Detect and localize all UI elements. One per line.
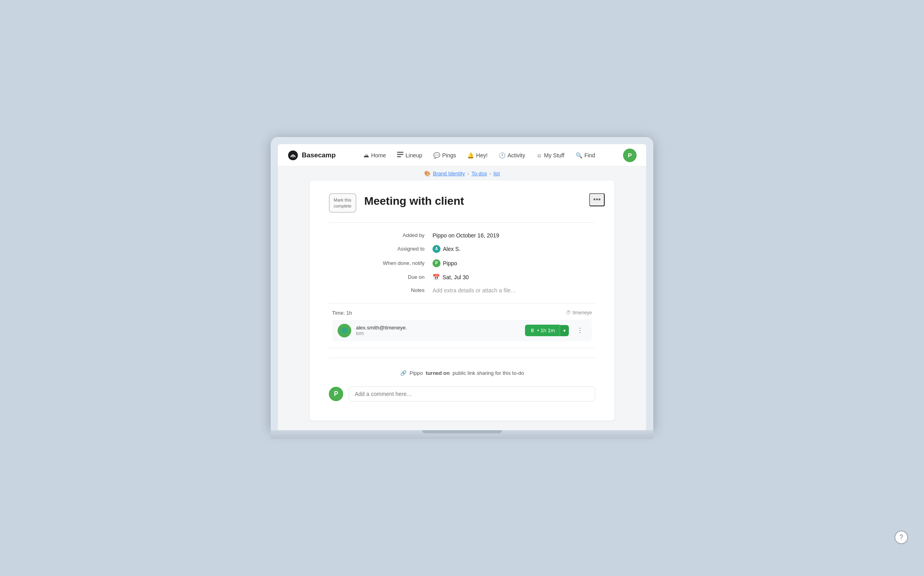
notes-row: Notes Add extra details or attach a file… [361, 284, 595, 297]
comment-input[interactable] [349, 386, 595, 402]
notify-row: When done, notify P Pippo [361, 256, 595, 270]
time-total: Time: 1h [332, 310, 352, 316]
time-entry-info: alex.smith@timeneye. tom [356, 325, 520, 336]
brand-name: Basecamp [302, 151, 336, 159]
svg-rect-3 [397, 154, 403, 155]
nav-pings[interactable]: 💬 Pings [429, 150, 461, 161]
added-by-row: Added by Pippo on October 16, 2019 [361, 229, 595, 242]
find-icon: 🔍 [576, 152, 582, 159]
due-on-value: 📅 Sat, Jul 30 [433, 274, 469, 281]
nav-lineup[interactable]: Lineup [392, 149, 427, 161]
nav-activity[interactable]: 🕐 Activity [494, 150, 530, 161]
todo-header: Mark this complete Meeting with client [329, 193, 595, 213]
time-entry-more-button[interactable]: ⋮ [574, 325, 586, 336]
home-icon: ⛰ [364, 152, 369, 159]
laptop-base [271, 430, 653, 439]
nav-hey[interactable]: 🔔 Hey! [462, 150, 492, 161]
breadcrumb-sep-1: › [467, 170, 469, 176]
activity-item: 🔗 Pippo turned on public link sharing fo… [329, 366, 595, 380]
timeneye-icon: ⏱ [566, 310, 571, 315]
notes-placeholder[interactable]: Add extra details or attach a file… [433, 287, 516, 294]
due-on-row: Due on 📅 Sat, Jul 30 [361, 270, 595, 284]
time-entry: alex.smith@timeneye. tom ⏸ • 1h 1m ▾ ⋮ [332, 320, 592, 341]
nav-mystuff[interactable]: ☺ My Stuff [532, 150, 569, 161]
time-entry-avatar [338, 324, 351, 337]
added-by-label: Added by [361, 232, 433, 238]
pings-icon: 💬 [433, 152, 440, 159]
due-on-label: Due on [361, 274, 433, 280]
svg-point-1 [292, 156, 294, 157]
breadcrumb-section[interactable]: To-dos [472, 170, 487, 176]
breadcrumb-project[interactable]: Brand Identity [433, 170, 465, 176]
navbar: Basecamp ⛰ Home [278, 144, 646, 167]
comment-area: P [329, 380, 595, 405]
nav-links: ⛰ Home Lineup [359, 149, 600, 161]
time-entry-email: alex.smith@timeneye. [356, 325, 520, 331]
details-table: Added by Pippo on October 16, 2019 Assig… [361, 229, 595, 297]
notes-label: Notes [361, 287, 433, 293]
notify-avatar: P [433, 259, 440, 267]
assigned-to-label: Assigned to [361, 246, 433, 252]
timer-dropdown-button[interactable]: ▾ [560, 325, 569, 336]
mark-complete-button[interactable]: Mark this complete [329, 193, 356, 213]
more-options-button[interactable]: ••• [589, 193, 605, 206]
breadcrumb-project-icon: 🎨 [424, 170, 431, 176]
time-entry-name: tom [356, 331, 520, 336]
pause-icon: ⏸ [530, 327, 535, 333]
breadcrumb: 🎨 Brand Identity › To-dos › list [278, 167, 646, 180]
todo-title: Meeting with client [364, 193, 464, 208]
timeneye-brand: ⏱ timeneye [566, 310, 592, 315]
assigned-to-value: A Alex S. [433, 245, 460, 253]
activity-text: Pippo turned on public link sharing for … [410, 370, 524, 376]
time-section: Time: 1h ⏱ timeneye [329, 310, 595, 341]
notify-value: P Pippo [433, 259, 457, 267]
time-btn-group: ⏸ • 1h 1m ▾ [525, 325, 569, 336]
assigned-to-row: Assigned to A Alex S. [361, 242, 595, 256]
calendar-icon: 📅 [433, 274, 440, 281]
divider-1 [329, 222, 595, 223]
hey-icon: 🔔 [467, 152, 474, 159]
user-avatar[interactable]: P [623, 149, 637, 162]
breadcrumb-sep-2: › [490, 170, 491, 176]
comment-avatar: P [329, 387, 343, 401]
svg-point-6 [341, 327, 348, 334]
timer-pause-button[interactable]: ⏸ • 1h 1m [525, 325, 560, 336]
activity-icon: 🕐 [499, 152, 505, 159]
time-header: Time: 1h ⏱ timeneye [332, 310, 592, 316]
assignee-avatar: A [433, 245, 440, 253]
svg-rect-4 [397, 156, 401, 157]
todo-card: ••• Mark this complete Meeting with clie… [310, 180, 614, 421]
lineup-icon [397, 152, 403, 159]
help-button[interactable]: ? [895, 531, 908, 544]
notify-label: When done, notify [361, 260, 433, 266]
added-by-value: Pippo on October 16, 2019 [433, 232, 499, 239]
svg-rect-2 [397, 152, 403, 153]
nav-home[interactable]: ⛰ Home [359, 150, 391, 161]
brand-logo[interactable]: Basecamp [287, 150, 336, 161]
breadcrumb-item[interactable]: list [493, 170, 500, 176]
divider-2 [329, 303, 595, 304]
nav-find[interactable]: 🔍 Find [571, 150, 600, 161]
divider-3 [329, 348, 595, 348]
activity-section: 🔗 Pippo turned on public link sharing fo… [329, 358, 595, 380]
mystuff-icon: ☺ [537, 152, 542, 159]
link-icon: 🔗 [400, 370, 407, 376]
